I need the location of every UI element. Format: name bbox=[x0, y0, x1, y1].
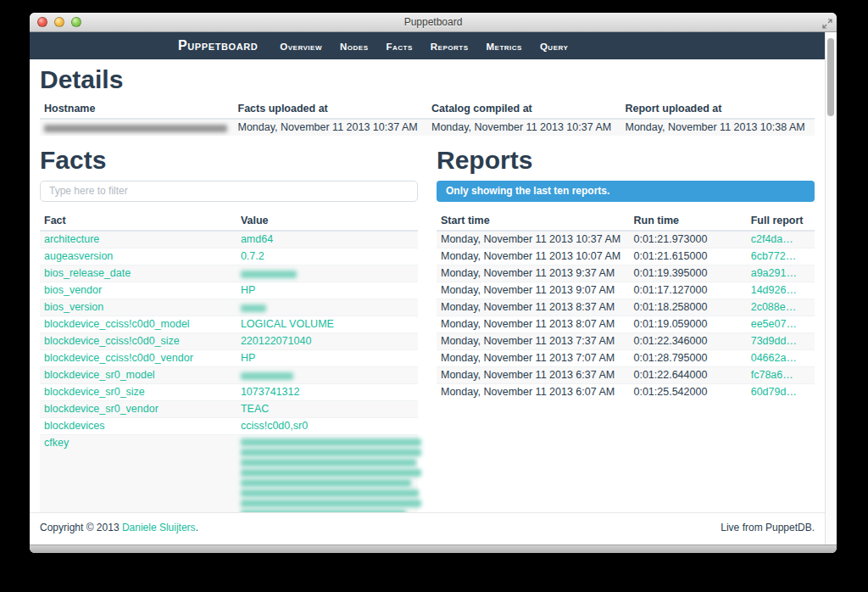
fact-value-link[interactable]: 0.7.2 bbox=[241, 250, 264, 262]
fact-name-cell: blockdevice_sr0_model bbox=[40, 366, 236, 383]
report-run-time: 0:01:18.258000 bbox=[629, 299, 746, 316]
fact-name-cell: augeasversion bbox=[40, 248, 236, 265]
report-uploaded-value: Monday, November 11 2013 10:38 AM bbox=[621, 119, 815, 136]
fact-name-link[interactable]: augeasversion bbox=[44, 250, 113, 262]
fact-value-cell: TEAC bbox=[236, 400, 418, 417]
report-hash-cell: c2f4da… bbox=[747, 231, 815, 249]
zoom-button[interactable] bbox=[71, 17, 81, 27]
window-titlebar[interactable]: Puppetboard bbox=[30, 13, 837, 32]
fact-row: bios_version bbox=[40, 299, 418, 316]
blurred-value bbox=[241, 304, 266, 312]
fact-name-link[interactable]: blockdevice_cciss!c0d0_size bbox=[44, 335, 180, 347]
blurred-line bbox=[241, 510, 406, 512]
report-run-time: 0:01:22.644000 bbox=[629, 366, 746, 383]
nav-item-metrics[interactable]: Metrics bbox=[486, 42, 521, 52]
report-row: Monday, November 11 2013 8:07 AM0:01:19.… bbox=[437, 316, 815, 332]
report-row: Monday, November 11 2013 7:37 AM0:01:22.… bbox=[437, 332, 815, 349]
full-report-link[interactable]: 14d926… bbox=[751, 284, 797, 296]
fact-value-cell bbox=[236, 299, 418, 316]
full-report-link[interactable]: 2c088e… bbox=[751, 301, 797, 313]
report-start-time: Monday, November 11 2013 6:07 AM bbox=[437, 383, 629, 400]
fact-value-link[interactable]: 1073741312 bbox=[241, 386, 300, 398]
facts-filter-input[interactable] bbox=[40, 181, 418, 202]
full-report-link[interactable]: ee5e07… bbox=[751, 318, 797, 330]
report-row: Monday, November 11 2013 10:37 AM0:01:21… bbox=[437, 231, 815, 249]
reports-col-full-report: Full report bbox=[747, 211, 815, 231]
fact-name-link[interactable]: blockdevice_sr0_vendor bbox=[44, 403, 159, 415]
fact-name-cell: bios_vendor bbox=[40, 282, 236, 299]
full-report-link[interactable]: c2f4da… bbox=[751, 233, 793, 245]
fact-name-link[interactable]: bios_version bbox=[44, 301, 103, 313]
fact-value-link[interactable]: HP bbox=[241, 284, 255, 296]
fact-name-link[interactable]: bios_release_date bbox=[44, 267, 131, 279]
fact-value-link[interactable]: HP bbox=[241, 352, 255, 364]
report-run-time: 0:01:17.127000 bbox=[629, 282, 746, 299]
report-hash-cell: fc78a6… bbox=[747, 366, 815, 383]
report-start-time: Monday, November 11 2013 7:07 AM bbox=[437, 349, 629, 366]
fact-row: bios_vendorHP bbox=[40, 282, 418, 299]
nav-item-reports[interactable]: Reports bbox=[431, 42, 469, 52]
fact-value-link[interactable]: LOGICAL VOLUME bbox=[241, 318, 334, 330]
facts-section: Facts FactValue architectureamd64augeasv… bbox=[40, 147, 418, 512]
fact-value-link[interactable]: amd64 bbox=[241, 233, 273, 245]
nav-item-overview[interactable]: Overview bbox=[280, 42, 322, 52]
facts-uploaded-value: Monday, November 11 2013 10:37 AM bbox=[234, 119, 428, 136]
fact-row: bios_release_date bbox=[40, 265, 418, 282]
fact-value-link[interactable]: TEAC bbox=[241, 403, 269, 415]
navbar-brand[interactable]: Puppetboard bbox=[178, 38, 258, 53]
window-bottom-bar bbox=[30, 545, 837, 553]
details-col-report-uploaded-at: Report uploaded at bbox=[621, 99, 815, 119]
fact-name-link[interactable]: cfkey bbox=[44, 437, 69, 449]
fact-name-link[interactable]: blockdevices bbox=[44, 420, 105, 432]
report-run-time: 0:01:22.346000 bbox=[629, 332, 746, 349]
fact-name-link[interactable]: blockdevice_sr0_size bbox=[44, 386, 145, 398]
details-heading: Details bbox=[40, 66, 815, 93]
full-report-link[interactable]: a9a291… bbox=[751, 267, 797, 279]
fact-row: architectureamd64 bbox=[40, 231, 418, 249]
fact-row: blockdevice_cciss!c0d0_size220122071040 bbox=[40, 332, 418, 349]
report-start-time: Monday, November 11 2013 7:37 AM bbox=[437, 332, 629, 349]
nav-item-nodes[interactable]: Nodes bbox=[340, 42, 368, 52]
resize-icon[interactable] bbox=[822, 17, 832, 27]
report-run-time: 0:01:25.542000 bbox=[629, 383, 746, 400]
nav-item-facts[interactable]: Facts bbox=[386, 42, 412, 52]
report-start-time: Monday, November 11 2013 9:37 AM bbox=[437, 265, 629, 282]
report-row: Monday, November 11 2013 8:37 AM0:01:18.… bbox=[437, 299, 815, 316]
minimize-button[interactable] bbox=[54, 17, 64, 27]
fact-row: blockdevice_sr0_size1073741312 bbox=[40, 383, 418, 400]
close-button[interactable] bbox=[37, 17, 47, 27]
full-report-link[interactable]: 60d79d… bbox=[751, 386, 797, 398]
full-report-link[interactable]: 04662a… bbox=[751, 352, 797, 364]
fact-value-cell: 220122071040 bbox=[236, 332, 418, 349]
fact-name-cell: blockdevice_sr0_vendor bbox=[40, 400, 236, 417]
report-start-time: Monday, November 11 2013 8:07 AM bbox=[437, 316, 629, 332]
report-start-time: Monday, November 11 2013 9:07 AM bbox=[437, 282, 629, 299]
full-report-link[interactable]: fc78a6… bbox=[751, 369, 793, 381]
window-title: Puppetboard bbox=[404, 16, 463, 28]
fact-name-link[interactable]: architecture bbox=[44, 233, 99, 245]
reports-col-run-time: Run time bbox=[629, 211, 746, 231]
fact-name-cell: architecture bbox=[40, 231, 236, 249]
fact-value-link[interactable]: cciss!c0d0,sr0 bbox=[241, 420, 308, 432]
author-link[interactable]: Daniele Sluijters bbox=[122, 522, 196, 533]
nav-item-query[interactable]: Query bbox=[540, 42, 568, 52]
report-row: Monday, November 11 2013 9:07 AM0:01:17.… bbox=[437, 282, 815, 299]
blurred-line bbox=[241, 479, 411, 487]
fact-value-cell bbox=[236, 434, 418, 512]
details-col-catalog-compiled-at: Catalog compiled at bbox=[427, 99, 621, 119]
fact-name-link[interactable]: bios_vendor bbox=[44, 284, 102, 296]
facts-header-row: FactValue bbox=[40, 211, 418, 231]
fact-name-link[interactable]: blockdevice_sr0_model bbox=[44, 369, 155, 381]
blurred-value bbox=[241, 372, 293, 380]
fact-value-link[interactable]: 220122071040 bbox=[241, 335, 311, 347]
app-window: Puppetboard Puppetboard OverviewNodesFac… bbox=[30, 13, 837, 553]
fact-name-link[interactable]: blockdevice_cciss!c0d0_vendor bbox=[44, 352, 193, 364]
full-report-link[interactable]: 73d9dd… bbox=[751, 335, 797, 347]
scrollbar-thumb[interactable] bbox=[827, 38, 834, 116]
page-body: Details HostnameFacts uploaded atCatalog… bbox=[30, 59, 825, 512]
scrollbar-track[interactable] bbox=[825, 32, 837, 545]
full-report-link[interactable]: 6cb772… bbox=[751, 250, 797, 262]
fact-name-link[interactable]: blockdevice_cciss!c0d0_model bbox=[44, 318, 190, 330]
fact-row: blockdevice_cciss!c0d0_vendorHP bbox=[40, 349, 418, 366]
report-hash-cell: 2c088e… bbox=[747, 299, 815, 316]
